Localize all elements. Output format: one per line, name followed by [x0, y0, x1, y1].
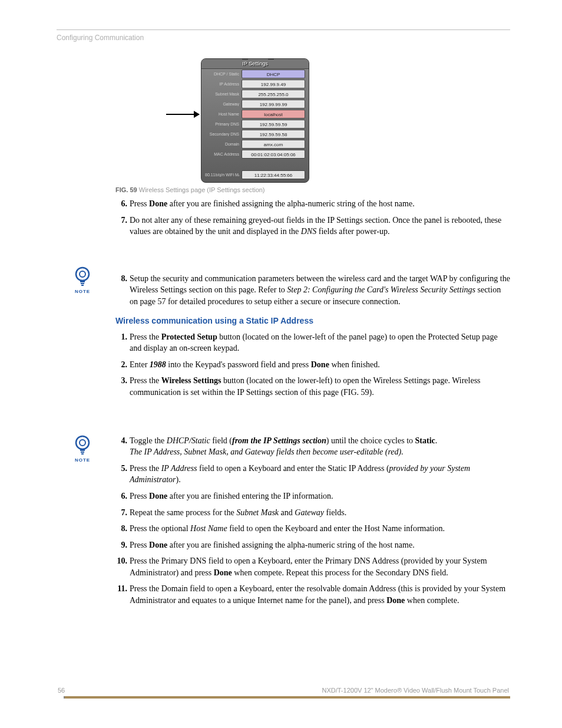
- step: 10. Press the Primary DNS field to open …: [115, 555, 510, 578]
- ip-field: 192.99.9.49: [242, 80, 305, 88]
- figure-caption: FIG. 59 Wireless Settings page (IP Setti…: [115, 186, 510, 193]
- ip-row: MAC Address00:01:02:03:04:05:06: [201, 149, 309, 159]
- ip-field: 00:01:02:03:04:05:06: [242, 150, 305, 159]
- ip-field: 255.255.255.0: [242, 90, 305, 98]
- ip-label: Primary DNS: [205, 122, 239, 126]
- svg-point-0: [76, 268, 89, 281]
- note-icon: NOTE: [72, 435, 93, 463]
- step: 8. Setup the security and communication …: [115, 273, 510, 308]
- step: 6. Press Done after you are finished ass…: [115, 198, 510, 210]
- ip-label: IP Address: [205, 82, 239, 86]
- step: 2. Enter 1988 into the Keypad's password…: [115, 359, 510, 371]
- ip-row: IP Address192.99.9.49: [201, 79, 309, 89]
- ip-label: Domain: [205, 142, 239, 146]
- svg-point-1: [80, 271, 85, 277]
- ip-field: 192.99.99.99: [242, 100, 305, 108]
- step: 7. Do not alter any of these remaining g…: [115, 215, 510, 238]
- step: 6. Press Done after you are finished ent…: [115, 490, 510, 502]
- step: 7. Repeat the same process for the Subne…: [115, 507, 510, 519]
- svg-point-2: [76, 436, 89, 449]
- ip-label: MAC Address: [205, 152, 239, 156]
- ip-panel-title: IP Settings: [201, 59, 309, 69]
- ip-row: Subnet Mask255.255.255.0: [201, 89, 309, 99]
- ip-label: Subnet Mask: [205, 92, 239, 96]
- ip-field: 192.59.59.59: [242, 120, 305, 129]
- step: 3. Press the Wireless Settings button (l…: [115, 375, 510, 398]
- ip-field: DHCP: [242, 70, 305, 78]
- ip-label: DHCP / Static: [205, 72, 239, 76]
- ip-field: amx.com: [242, 140, 305, 149]
- ip-row: Secondary DNS192.59.59.58: [201, 129, 309, 139]
- arrow-pointer: [166, 114, 199, 115]
- header-section: Configuring Communication: [57, 34, 510, 42]
- ip-row: Host Namelocalhost: [201, 109, 309, 119]
- ip-row: Domainamx.com: [201, 139, 309, 149]
- ip-row: Gateway192.99.99.99: [201, 99, 309, 109]
- product-name: NXD/T-1200V 12" Modero® Video Wall/Flush…: [322, 687, 509, 694]
- ip-row: Primary DNS192.59.59.59: [201, 119, 309, 129]
- ip-field: 11:22:33:44:55:66: [242, 170, 305, 179]
- ip-field: localhost: [242, 110, 305, 118]
- ip-label: Host Name: [205, 112, 239, 116]
- note-icon: NOTE: [72, 266, 93, 294]
- step: 5. Press the IP Address field to open a …: [115, 463, 510, 486]
- step: 9. Press Done after you are finished ass…: [115, 539, 510, 551]
- section-heading: Wireless communication using a Static IP…: [115, 316, 510, 325]
- svg-point-3: [80, 440, 85, 446]
- ip-row: DHCP / StaticDHCP: [201, 69, 309, 79]
- page-footer: 56 NXD/T-1200V 12" Modero® Video Wall/Fl…: [57, 687, 510, 699]
- step: 11. Press the Domain field to open a Key…: [115, 583, 510, 606]
- step: 8. Press the optional Host Name field to…: [115, 523, 510, 535]
- step: 4. Toggle the DHCP/Static field (from th…: [115, 435, 510, 458]
- step: 1. Press the Protected Setup button (loc…: [115, 331, 510, 354]
- figure-ip-settings: IP Settings DHCP / StaticDHCPIP Address1…: [115, 58, 510, 183]
- ip-label: Secondary DNS: [205, 132, 239, 136]
- ip-field: 192.59.59.58: [242, 130, 305, 139]
- ip-label: 80.11b/g/n WiFi MAC Address: [205, 173, 239, 177]
- page-number: 56: [58, 687, 65, 694]
- ip-settings-panel: IP Settings DHCP / StaticDHCPIP Address1…: [201, 58, 309, 183]
- ip-label: Gateway: [205, 102, 239, 106]
- ip-row: 80.11b/g/n WiFi MAC Address 11:22:33:44:…: [201, 170, 309, 180]
